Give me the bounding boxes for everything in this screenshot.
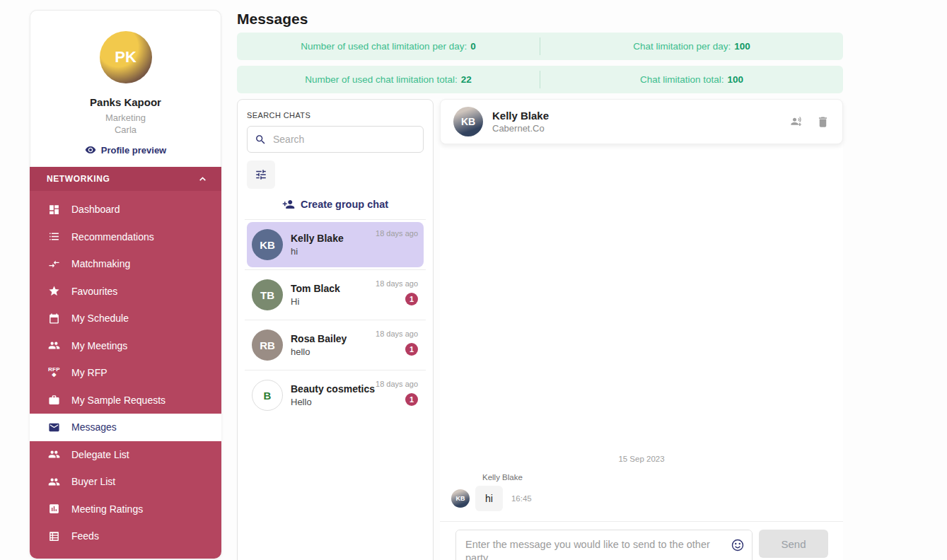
contact-company: Cabernet.Co [492,123,549,134]
add-participant-icon[interactable] [790,115,803,129]
chat-avatar: TB [252,279,283,310]
eye-icon [85,144,96,156]
buyer-list-icon [48,476,60,488]
chat-avatar: KB [252,229,283,260]
chat-limit-daily-bar: Number of used chat limitation per day: … [237,33,843,60]
divider [245,370,426,371]
sidebar-item-label: My Meetings [71,340,127,351]
message-bubble: hi [475,486,503,511]
sidebar-item-my-meetings[interactable]: My Meetings [30,332,221,360]
chat-items: KBKelly Blakehi18 days agoTBTom BlackHi1… [247,222,424,418]
chat-list-item-beauty-cosmetics[interactable]: BBeauty cosmeticsHello18 days ago1 [247,373,424,418]
create-group-chat-button[interactable]: Create group chat [247,198,424,211]
sidebar-item-label: My RFP [71,367,108,378]
message-avatar: KB [451,489,470,508]
profile-role: Marketing [105,112,146,124]
chat-item-right: 18 days ago1 [376,329,418,356]
chat-timestamp: 18 days ago [376,380,418,388]
limit-total-stat: Chat limitation total: 100 [540,66,843,93]
divider [245,219,426,220]
my-sample-requests-icon [48,394,60,406]
sidebar-item-label: Feeds [71,530,99,542]
my-schedule-icon [48,313,60,325]
profile-avatar: PK [100,31,152,83]
sidebar-item-delegate-list[interactable]: Delegate List [30,441,221,469]
sidebar-item-label: My Schedule [71,313,129,324]
profile-preview-label: Profile preview [101,145,166,156]
sidebar-item-recommendations[interactable]: Recommendations [30,223,221,251]
message-sender: Kelly Blake [482,473,832,482]
search-input[interactable] [273,134,423,145]
recommendations-icon [48,231,60,243]
used-per-day-stat: Number of used chat limitation per day: … [237,33,540,60]
send-button[interactable]: Send [759,530,828,558]
tune-icon [255,168,267,181]
profile-preview-link[interactable]: Profile preview [85,144,166,156]
filter-button[interactable] [247,161,275,189]
message-input[interactable] [455,530,753,560]
sidebar-section-title: NETWORKING [47,174,110,184]
sidebar-item-feeds[interactable]: Feeds [30,523,221,550]
chat-timestamp: 18 days ago [376,229,418,238]
chat-item-right: 18 days ago [376,229,418,238]
sidebar-item-label: Meeting Ratings [71,503,143,515]
sidebar-section-header[interactable]: NETWORKING [30,167,221,191]
sidebar-menu: DashboardRecommendationsMatchmakingFavou… [30,191,221,550]
chat-avatar: B [252,380,283,411]
sidebar-item-meeting-ratings[interactable]: Meeting Ratings [30,496,221,523]
dashboard-icon [48,204,60,216]
sidebar-item-label: Recommendations [71,231,154,243]
meeting-ratings-icon [48,503,60,515]
profile-card: PK Panks Kapoor Marketing Carla Profile … [30,10,221,167]
unread-badge: 1 [405,343,418,356]
sidebar-item-messages[interactable]: Messages [30,414,221,441]
chat-message-area: 15 Sep 2023 Kelly Blake KB hi 16:45 [440,144,843,521]
my-meetings-icon [48,339,60,351]
unread-badge: 1 [405,393,418,406]
message-input-wrap [455,530,753,560]
messages-icon [48,421,60,433]
chat-actions [790,115,830,129]
contact-info: Kelly Blake Cabernet.Co [492,110,549,134]
used-total-stat: Number of used chat limitation total: 22 [237,66,540,93]
chat-timestamp: 18 days ago [376,279,418,288]
date-divider: 15 Sep 2023 [451,455,832,463]
sidebar-item-label: Favourites [71,286,117,297]
used-per-day-label: Number of used chat limitation per day: [301,41,467,52]
divider [245,269,426,270]
sidebar-item-my-schedule[interactable]: My Schedule [30,305,221,332]
used-total-value: 22 [461,74,472,85]
delete-chat-icon[interactable] [816,115,830,129]
search-chats-label: SEARCH CHATS [247,111,424,119]
limit-total-value: 100 [728,74,744,85]
contact-name: Kelly Blake [492,110,549,122]
chat-item-right: 18 days ago1 [376,279,418,305]
sidebar-item-my-rfp[interactable]: RFP❖My RFP [30,359,221,387]
chat-last-message: hi [291,246,419,257]
limit-per-day-value: 100 [734,41,750,52]
used-per-day-value: 0 [470,41,476,52]
chat-item-right: 18 days ago1 [376,380,418,406]
chat-list-item-kelly-blake[interactable]: KBKelly Blakehi18 days ago [247,222,424,267]
sidebar-item-dashboard[interactable]: Dashboard [30,196,221,223]
message-row: KB hi 16:45 [451,486,832,511]
create-group-chat-label: Create group chat [301,199,388,210]
app-root: PK Panks Kapoor Marketing Carla Profile … [0,0,947,560]
sidebar-item-matchmaking[interactable]: Matchmaking [30,250,221,278]
sidebar-item-label: Delegate List [71,449,129,460]
chat-list-item-rosa-bailey[interactable]: RBRosa Baileyhello18 days ago1 [247,322,424,368]
chat-list-item-tom-black[interactable]: TBTom BlackHi18 days ago1 [247,272,424,317]
feeds-icon [48,530,60,542]
limit-total-label: Chat limitation total: [640,74,724,85]
sidebar-item-label: Matchmaking [71,258,130,269]
sidebar-item-label: Dashboard [71,204,120,215]
sidebar-item-favourites[interactable]: Favourites [30,278,221,305]
profile-company: Carla [115,124,136,136]
page-title: Messages [237,11,308,28]
search-box [247,126,424,153]
sidebar-item-my-sample-requests[interactable]: My Sample Requests [30,387,221,414]
emoji-icon[interactable] [731,538,745,552]
used-total-label: Number of used chat limitation total: [305,74,457,85]
sidebar-item-buyer-list[interactable]: Buyer List [30,468,221,496]
chat-limit-total-bar: Number of used chat limitation total: 22… [237,66,843,93]
